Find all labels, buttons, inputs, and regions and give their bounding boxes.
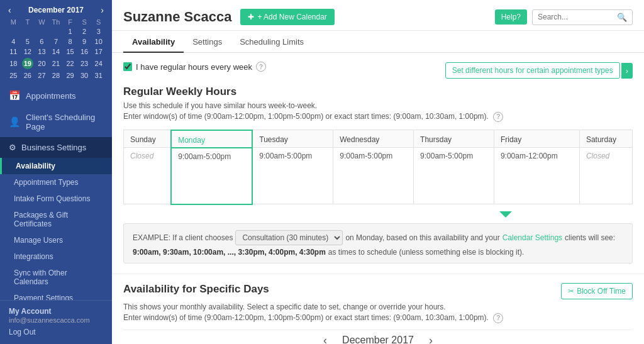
cal-day[interactable]: 30 [77,70,92,80]
example-times: 9:00am, 9:30am, 10:00am, ..., 3:30pm, 4:… [133,248,326,257]
tuesday-hours: 9:00am-5:00pm [259,152,312,160]
sidebar-item-business-settings[interactable]: ⚙ Business Settings [0,137,112,158]
cal-day[interactable]: 13 [35,47,49,57]
calendar-settings-link[interactable]: Calendar Settings [502,233,562,242]
cal-day[interactable] [21,26,35,36]
sidebar-item-appointments[interactable]: 📅 Appointments [0,84,112,107]
specific-days-help-icon[interactable]: ? [493,313,503,323]
cal-day[interactable] [35,26,49,36]
cal-day[interactable]: 14 [49,47,64,57]
cal-day[interactable]: 10 [91,36,106,47]
cal-next-btn[interactable]: › [99,5,106,15]
cal-day[interactable]: 31 [91,70,106,80]
example-prefix: EXAMPLE: If a client chooses [133,233,233,242]
sidebar-subitem-integrations[interactable]: Integrations [0,248,112,265]
cal-day[interactable]: 22 [63,57,77,70]
cal-prev-btn[interactable]: ‹ [6,5,13,15]
next-month-button[interactable]: › [426,334,435,344]
set-hours-chevron[interactable]: › [621,63,633,79]
day-hours-monday[interactable]: 9:00am-5:00pm [171,148,252,204]
sunday-closed: Closed [130,152,153,160]
gear-icon: ⚙ [9,143,16,152]
day-hours-thursday[interactable]: 9:00am-5:00pm [414,148,494,204]
cal-day[interactable]: 23 [77,57,92,70]
cal-day[interactable]: 11 [6,47,21,57]
content-area: Availability Settings Scheduling Limits … [112,31,644,344]
account-name[interactable]: My Account [9,307,103,316]
cal-dow-s: S [77,18,92,26]
checkbox-help-icon[interactable]: ? [256,62,266,72]
day-hours-wednesday[interactable]: 9:00am-5:00pm [333,148,414,204]
logout-link[interactable]: Log Out [9,328,103,336]
day-hours-friday[interactable]: 9:00am-12:00pm [494,148,579,204]
cal-day[interactable]: 19 [21,57,35,70]
cal-day[interactable]: 12 [21,47,35,57]
cal-day[interactable]: 17 [91,47,106,57]
cal-day[interactable]: 4 [6,36,21,47]
cal-day[interactable]: 21 [49,57,64,70]
day-header-saturday: Saturday [579,130,632,148]
cal-day[interactable]: 5 [21,36,35,47]
mini-calendar: ‹ December 2017 › M T W Th F S S [0,0,112,84]
day-hours-tuesday[interactable]: 9:00am-5:00pm [252,148,333,204]
cal-day[interactable]: 2 [77,26,92,36]
sidebar-nav: 📅 Appointments 👤 Client's Scheduling Pag… [0,84,112,300]
tab-availability[interactable]: Availability [123,31,184,53]
add-calendar-button[interactable]: ✚ + Add New Calendar [240,9,334,25]
hours-help-icon[interactable]: ? [493,112,503,122]
cal-day[interactable]: 6 [35,36,49,47]
tabs-bar: Availability Settings Scheduling Limits [112,31,644,53]
prev-month-button[interactable]: ‹ [321,334,330,344]
sidebar-subitem-manage-users[interactable]: Manage Users [0,232,112,248]
sidebar-subitem-intake-form[interactable]: Intake Form Questions [0,191,112,207]
friday-hours: 9:00am-12:00pm [501,152,558,160]
example-suffix: as times to schedule (unless something e… [328,248,524,257]
sidebar-item-label: Appointments [26,91,76,101]
block-off-time-button[interactable]: ✂ Block Off Time [561,283,633,299]
sidebar-item-client-scheduling[interactable]: 👤 Client's Scheduling Page [0,107,112,137]
cal-day[interactable]: 24 [91,57,106,70]
cal-day[interactable]: 29 [63,70,77,80]
search-input[interactable] [538,13,613,21]
saturday-closed: Closed [586,152,609,160]
cal-dow-s2: S [91,18,106,26]
cal-day[interactable] [49,26,64,36]
cal-grid: M T W Th F S S 1 2 3 [6,18,106,80]
search-box: 🔍 [532,9,633,25]
example-bar: EXAMPLE: If a client chooses Consultatio… [123,223,633,264]
cal-day[interactable]: 18 [6,57,21,70]
block-off-label: Block Off Time [577,287,626,296]
sidebar-footer: My Account info@suzannescacca.com Log Ou… [0,300,112,344]
cal-day[interactable]: 1 [63,26,77,36]
tab-scheduling-limits[interactable]: Scheduling Limits [231,31,313,53]
regular-hours-checkbox[interactable] [123,62,132,71]
cal-day[interactable]: 26 [21,70,35,80]
tab-settings[interactable]: Settings [184,31,231,53]
cal-day[interactable]: 27 [35,70,49,80]
cal-month-label: December 2017 [28,6,84,14]
cal-day[interactable]: 7 [49,36,64,47]
sidebar-subitem-packages[interactable]: Packages & Gift Certificates [0,207,112,232]
sidebar: ‹ December 2017 › M T W Th F S S [0,0,112,344]
sidebar-subitem-payment-settings[interactable]: Payment Settings [0,290,112,300]
cal-day[interactable]: 9 [77,36,92,47]
cal-day[interactable]: 15 [63,47,77,57]
sidebar-subitem-availability[interactable]: Availability [0,158,112,174]
regular-hours-desc: Use this schedule if you have similar ho… [123,101,633,122]
cal-day[interactable]: 28 [49,70,64,80]
cal-day[interactable]: 8 [63,36,77,47]
cal-day[interactable]: 25 [6,70,21,80]
day-hours-saturday[interactable]: Closed [579,148,632,204]
cal-day[interactable] [6,26,21,36]
day-hours-sunday[interactable]: Closed [124,148,172,204]
sidebar-subitem-appointment-types[interactable]: Appointment Types [0,174,112,191]
set-hours-label: Set different hours for certain appointm… [452,66,613,75]
example-service-dropdown[interactable]: Consultation (30 minutes) [235,230,343,245]
cal-day[interactable]: 3 [91,26,106,36]
set-different-hours-button[interactable]: Set different hours for certain appointm… [445,62,620,79]
sidebar-subitem-sync-calendars[interactable]: Sync with Other Calendars [0,265,112,290]
cal-day[interactable]: 16 [77,47,92,57]
cal-day[interactable]: 20 [35,57,49,70]
topbar-right: Help? 🔍 [495,9,633,25]
help-button[interactable]: Help? [495,9,527,25]
